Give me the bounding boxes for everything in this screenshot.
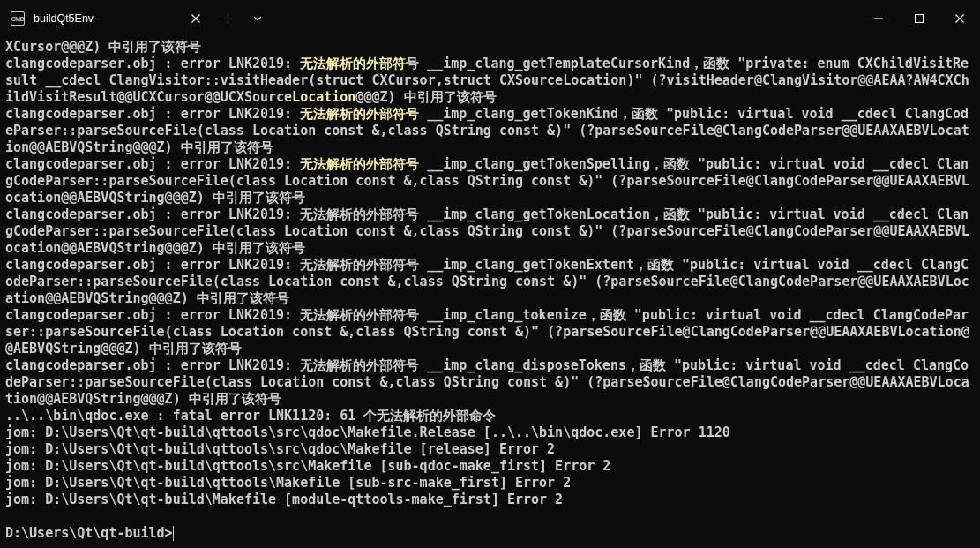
minimize-icon bbox=[874, 14, 883, 23]
terminal-line: clangcodeparser.obj : error LNK2019: 无法解… bbox=[5, 206, 975, 257]
minimize-button[interactable] bbox=[858, 0, 899, 37]
terminal-output[interactable]: XCursor@@@Z) 中引用了该符号clangcodeparser.obj … bbox=[0, 37, 980, 548]
title-bar: CMD buildQt5Env bbox=[0, 0, 980, 37]
close-tab-button[interactable] bbox=[189, 11, 203, 26]
terminal-line: clangcodeparser.obj : error LNK2019: 无法解… bbox=[5, 156, 975, 206]
close-icon bbox=[955, 14, 964, 23]
terminal-line bbox=[5, 508, 975, 525]
terminal-line: jom: D:\Users\Qt\qt-build\qttools\Makefi… bbox=[5, 475, 975, 492]
terminal-line: clangcodeparser.obj : error LNK2019: 无法解… bbox=[5, 357, 975, 408]
svg-rect-0 bbox=[916, 15, 924, 23]
terminal-line: clangcodeparser.obj : error LNK2019: 无法解… bbox=[5, 106, 975, 156]
terminal-line: ..\..\bin\qdoc.exe : fatal error LNK1120… bbox=[5, 408, 975, 424]
maximize-icon bbox=[915, 14, 924, 23]
window-controls bbox=[858, 0, 980, 37]
terminal-line: jom: D:\Users\Qt\qt-build\Makefile [modu… bbox=[5, 492, 975, 508]
close-icon bbox=[191, 14, 200, 23]
terminal-tab[interactable]: CMD buildQt5Env bbox=[0, 0, 212, 37]
terminal-line: jom: D:\Users\Qt\qt-build\qttools\src\Ma… bbox=[5, 458, 975, 475]
terminal-line: jom: D:\Users\Qt\qt-build\qttools\src\qd… bbox=[5, 424, 975, 441]
chevron-down-icon bbox=[253, 16, 262, 21]
maximize-button[interactable] bbox=[899, 0, 939, 37]
terminal-line: clangcodeparser.obj : error LNK2019: 无法解… bbox=[5, 56, 975, 106]
cmd-icon: CMD bbox=[11, 11, 25, 26]
plus-icon bbox=[223, 14, 233, 24]
close-window-button[interactable] bbox=[939, 0, 980, 37]
cursor bbox=[173, 526, 174, 541]
terminal-line: clangcodeparser.obj : error LNK2019: 无法解… bbox=[5, 257, 975, 307]
tab-title: buildQt5Env bbox=[34, 12, 180, 25]
titlebar-drag-area[interactable] bbox=[272, 0, 858, 37]
terminal-prompt[interactable]: D:\Users\Qt\qt-build> bbox=[5, 525, 975, 542]
terminal-line: jom: D:\Users\Qt\qt-build\qttools\src\qd… bbox=[5, 441, 975, 458]
terminal-line: XCursor@@@Z) 中引用了该符号 bbox=[5, 39, 975, 56]
new-tab-button[interactable] bbox=[212, 0, 243, 37]
tab-dropdown-button[interactable] bbox=[243, 0, 272, 37]
terminal-line: clangcodeparser.obj : error LNK2019: 无法解… bbox=[5, 307, 975, 357]
